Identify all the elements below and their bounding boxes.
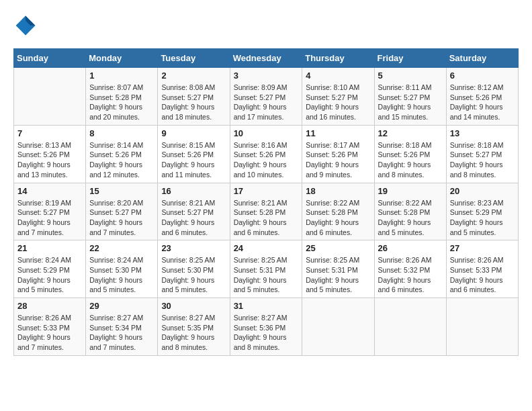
day-info: Sunrise: 8:27 AM Sunset: 5:35 PM Dayligh… <box>161 313 226 353</box>
day-info: Sunrise: 8:25 AM Sunset: 5:31 PM Dayligh… <box>234 255 299 295</box>
day-number: 16 <box>161 186 226 196</box>
calendar-cell: 31Sunrise: 8:27 AM Sunset: 5:36 PM Dayli… <box>230 298 302 356</box>
day-info: Sunrise: 8:26 AM Sunset: 5:32 PM Dayligh… <box>378 255 443 295</box>
calendar-cell: 16Sunrise: 8:21 AM Sunset: 5:27 PM Dayli… <box>158 183 230 240</box>
day-number: 22 <box>89 243 154 253</box>
column-header-sunday: Sunday <box>14 49 86 68</box>
day-number: 10 <box>234 128 299 138</box>
day-number: 29 <box>89 301 154 311</box>
day-info: Sunrise: 8:15 AM Sunset: 5:26 PM Dayligh… <box>161 140 226 180</box>
calendar-cell: 15Sunrise: 8:20 AM Sunset: 5:27 PM Dayli… <box>86 183 158 240</box>
day-number: 15 <box>89 186 154 196</box>
day-number: 17 <box>234 186 299 196</box>
day-info: Sunrise: 8:23 AM Sunset: 5:29 PM Dayligh… <box>450 198 515 238</box>
page-container: SundayMondayTuesdayWednesdayThursdayFrid… <box>13 13 519 356</box>
day-number: 26 <box>378 243 443 253</box>
calendar-cell: 26Sunrise: 8:26 AM Sunset: 5:32 PM Dayli… <box>374 240 446 298</box>
day-number: 28 <box>17 301 82 311</box>
calendar-cell: 30Sunrise: 8:27 AM Sunset: 5:35 PM Dayli… <box>158 298 230 356</box>
day-info: Sunrise: 8:26 AM Sunset: 5:33 PM Dayligh… <box>450 255 515 295</box>
calendar-cell: 13Sunrise: 8:18 AM Sunset: 5:27 PM Dayli… <box>446 125 518 183</box>
day-number: 20 <box>450 186 515 196</box>
calendar-cell: 14Sunrise: 8:19 AM Sunset: 5:27 PM Dayli… <box>14 183 86 240</box>
week-row-3: 14Sunrise: 8:19 AM Sunset: 5:27 PM Dayli… <box>14 183 519 240</box>
calendar-cell: 27Sunrise: 8:26 AM Sunset: 5:33 PM Dayli… <box>446 240 518 298</box>
day-info: Sunrise: 8:07 AM Sunset: 5:28 PM Dayligh… <box>89 83 154 122</box>
calendar-cell <box>14 68 86 126</box>
logo-icon <box>13 13 38 38</box>
day-info: Sunrise: 8:21 AM Sunset: 5:27 PM Dayligh… <box>161 198 226 238</box>
day-number: 21 <box>17 243 82 253</box>
day-number: 3 <box>234 71 299 81</box>
calendar-cell: 25Sunrise: 8:25 AM Sunset: 5:31 PM Dayli… <box>302 240 374 298</box>
calendar-cell: 1Sunrise: 8:07 AM Sunset: 5:28 PM Daylig… <box>86 68 158 126</box>
day-number: 11 <box>306 128 370 138</box>
day-info: Sunrise: 8:16 AM Sunset: 5:26 PM Dayligh… <box>234 140 299 180</box>
calendar-cell: 11Sunrise: 8:17 AM Sunset: 5:26 PM Dayli… <box>302 125 374 183</box>
day-number: 19 <box>378 186 443 196</box>
day-number: 13 <box>450 128 515 138</box>
calendar-cell: 3Sunrise: 8:09 AM Sunset: 5:27 PM Daylig… <box>230 68 302 126</box>
column-header-friday: Friday <box>374 49 446 68</box>
header <box>13 13 519 38</box>
calendar-cell: 17Sunrise: 8:21 AM Sunset: 5:28 PM Dayli… <box>230 183 302 240</box>
day-number: 24 <box>234 243 299 253</box>
day-info: Sunrise: 8:08 AM Sunset: 5:27 PM Dayligh… <box>161 83 226 122</box>
column-header-thursday: Thursday <box>302 49 374 68</box>
day-info: Sunrise: 8:27 AM Sunset: 5:36 PM Dayligh… <box>234 313 299 353</box>
day-number: 12 <box>378 128 443 138</box>
header-row: SundayMondayTuesdayWednesdayThursdayFrid… <box>14 49 519 68</box>
calendar-cell: 9Sunrise: 8:15 AM Sunset: 5:26 PM Daylig… <box>158 125 230 183</box>
column-header-saturday: Saturday <box>446 49 518 68</box>
day-info: Sunrise: 8:17 AM Sunset: 5:26 PM Dayligh… <box>306 140 370 180</box>
calendar-cell: 29Sunrise: 8:27 AM Sunset: 5:34 PM Dayli… <box>86 298 158 356</box>
day-info: Sunrise: 8:26 AM Sunset: 5:33 PM Dayligh… <box>17 313 82 353</box>
day-info: Sunrise: 8:14 AM Sunset: 5:26 PM Dayligh… <box>89 140 154 180</box>
column-header-tuesday: Tuesday <box>158 49 230 68</box>
calendar-cell: 23Sunrise: 8:25 AM Sunset: 5:30 PM Dayli… <box>158 240 230 298</box>
calendar-cell: 10Sunrise: 8:16 AM Sunset: 5:26 PM Dayli… <box>230 125 302 183</box>
week-row-1: 1Sunrise: 8:07 AM Sunset: 5:28 PM Daylig… <box>14 68 519 126</box>
calendar-cell <box>446 298 518 356</box>
day-info: Sunrise: 8:18 AM Sunset: 5:26 PM Dayligh… <box>378 140 443 180</box>
week-row-2: 7Sunrise: 8:13 AM Sunset: 5:26 PM Daylig… <box>14 125 519 183</box>
day-info: Sunrise: 8:20 AM Sunset: 5:27 PM Dayligh… <box>89 198 154 238</box>
calendar-cell: 24Sunrise: 8:25 AM Sunset: 5:31 PM Dayli… <box>230 240 302 298</box>
calendar-cell: 12Sunrise: 8:18 AM Sunset: 5:26 PM Dayli… <box>374 125 446 183</box>
day-number: 27 <box>450 243 515 253</box>
calendar-cell <box>302 298 374 356</box>
calendar-table: SundayMondayTuesdayWednesdayThursdayFrid… <box>13 48 519 356</box>
calendar-cell: 18Sunrise: 8:22 AM Sunset: 5:28 PM Dayli… <box>302 183 374 240</box>
day-info: Sunrise: 8:22 AM Sunset: 5:28 PM Dayligh… <box>306 198 370 238</box>
calendar-cell: 28Sunrise: 8:26 AM Sunset: 5:33 PM Dayli… <box>14 298 86 356</box>
day-number: 7 <box>17 128 82 138</box>
day-number: 9 <box>161 128 226 138</box>
day-number: 4 <box>306 71 370 81</box>
week-row-4: 21Sunrise: 8:24 AM Sunset: 5:29 PM Dayli… <box>14 240 519 298</box>
day-info: Sunrise: 8:21 AM Sunset: 5:28 PM Dayligh… <box>234 198 299 238</box>
calendar-cell: 8Sunrise: 8:14 AM Sunset: 5:26 PM Daylig… <box>86 125 158 183</box>
day-number: 8 <box>89 128 154 138</box>
calendar-cell: 2Sunrise: 8:08 AM Sunset: 5:27 PM Daylig… <box>158 68 230 126</box>
column-header-wednesday: Wednesday <box>230 49 302 68</box>
calendar-cell: 5Sunrise: 8:11 AM Sunset: 5:27 PM Daylig… <box>374 68 446 126</box>
day-info: Sunrise: 8:09 AM Sunset: 5:27 PM Dayligh… <box>234 83 299 122</box>
calendar-cell: 6Sunrise: 8:12 AM Sunset: 5:26 PM Daylig… <box>446 68 518 126</box>
day-number: 18 <box>306 186 370 196</box>
day-number: 2 <box>161 71 226 81</box>
day-info: Sunrise: 8:19 AM Sunset: 5:27 PM Dayligh… <box>17 198 82 238</box>
day-info: Sunrise: 8:18 AM Sunset: 5:27 PM Dayligh… <box>450 140 515 180</box>
day-info: Sunrise: 8:24 AM Sunset: 5:30 PM Dayligh… <box>89 255 154 295</box>
calendar-cell: 19Sunrise: 8:22 AM Sunset: 5:28 PM Dayli… <box>374 183 446 240</box>
day-info: Sunrise: 8:22 AM Sunset: 5:28 PM Dayligh… <box>378 198 443 238</box>
day-number: 30 <box>161 301 226 311</box>
logo <box>13 13 42 38</box>
day-info: Sunrise: 8:12 AM Sunset: 5:26 PM Dayligh… <box>450 83 515 122</box>
day-number: 1 <box>89 71 154 81</box>
day-number: 25 <box>306 243 370 253</box>
week-row-5: 28Sunrise: 8:26 AM Sunset: 5:33 PM Dayli… <box>14 298 519 356</box>
day-number: 14 <box>17 186 82 196</box>
calendar-cell <box>374 298 446 356</box>
calendar-cell: 20Sunrise: 8:23 AM Sunset: 5:29 PM Dayli… <box>446 183 518 240</box>
day-number: 31 <box>234 301 299 311</box>
